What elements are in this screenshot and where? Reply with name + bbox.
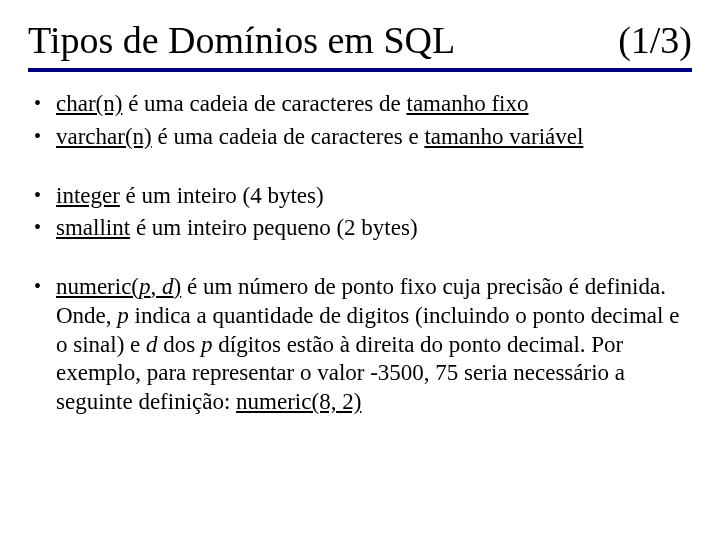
text: dos [158,332,201,357]
bullet-smallint: smallint é um inteiro pequeno (2 bytes) [28,214,692,243]
text: é uma cadeia de caracteres e [152,124,425,149]
keyword-char: char(n) [56,91,122,116]
keyword-numeric-example: numeric(8, 2) [236,389,361,414]
bullet-char: char(n) é uma cadeia de caracteres de ta… [28,90,692,119]
keyword-fixed-size: tamanho fixo [407,91,529,116]
var-p: p [117,303,129,328]
var-p: p [201,332,213,357]
spacer [28,156,692,182]
page-title: Tipos de Domínios em SQL [28,18,455,62]
title-row: Tipos de Domínios em SQL (1/3) [28,18,692,72]
text: é um inteiro (4 bytes) [120,183,324,208]
keyword-variable-size: tamanho variável [424,124,583,149]
keyword-integer: integer [56,183,120,208]
bullet-integer: integer é um inteiro (4 bytes) [28,182,692,211]
text: é uma cadeia de caracteres de [122,91,406,116]
slide: Tipos de Domínios em SQL (1/3) char(n) é… [0,0,720,540]
bullet-numeric: numeric(p, d) é um número de ponto fixo … [28,273,692,417]
var-d: d [146,332,158,357]
page-counter: (1/3) [618,18,692,62]
spacer [28,247,692,273]
keyword-smallint: smallint [56,215,130,240]
text: é um inteiro pequeno (2 bytes) [130,215,417,240]
keyword-numeric-open: numeric(p, d) [56,274,181,299]
bullet-list: char(n) é uma cadeia de caracteres de ta… [28,90,692,417]
keyword-varchar: varchar(n) [56,124,152,149]
bullet-varchar: varchar(n) é uma cadeia de caracteres e … [28,123,692,152]
